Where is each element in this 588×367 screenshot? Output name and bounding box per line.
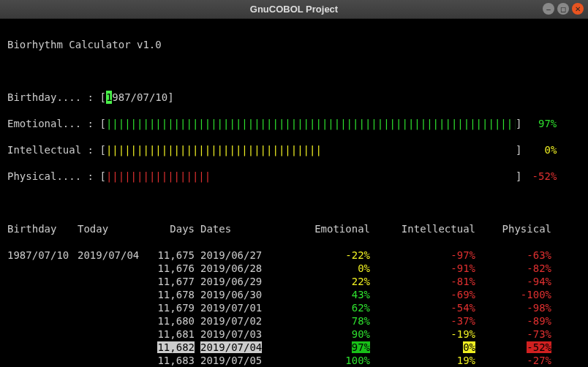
table-row: 11,6832019/07/05100%19%-27% <box>7 354 581 367</box>
table-header: BirthdayTodayDaysDatesEmotionalIntellect… <box>7 222 581 235</box>
maximize-button[interactable]: ◻ <box>557 3 569 15</box>
table-row: 11,6812019/07/0390%-19%-73% <box>7 328 581 341</box>
intellectual-bar-row: Intellectual : [||||||||||||||||||||||||… <box>7 143 581 156</box>
birthday-value: 987/07/10 <box>112 91 167 104</box>
intellectual-pct: 0% <box>544 144 557 156</box>
table-row: 11,6792019/07/0162%-54%-98% <box>7 301 581 314</box>
table-body: 1987/07/102019/07/0411,6752019/06/27-22%… <box>7 249 581 367</box>
window-titlebar: GnuCOBOL Project – ◻ ✕ <box>0 0 588 19</box>
window-controls: – ◻ ✕ <box>543 3 584 15</box>
intellectual-bar: ||||||||||||||||||||||||||||||||||| <box>106 143 516 156</box>
physical-bar: ||||||||||||||||| <box>106 170 516 183</box>
close-button[interactable]: ✕ <box>572 3 584 15</box>
emotional-pct: 97% <box>538 118 557 129</box>
table-row: 11,6772019/06/2922%-81%-94% <box>7 275 581 288</box>
table-row: 11,6762019/06/280%-91%-82% <box>7 262 581 275</box>
physical-pct: -52% <box>532 170 557 182</box>
minimize-button[interactable]: – <box>543 3 554 15</box>
table-row: 11,6802019/07/0278%-37%-89% <box>7 314 581 328</box>
window-title: GnuCOBOL Project <box>250 4 338 15</box>
birthday-input-row[interactable]: Birthday.... : [1987/07/10] <box>7 91 581 104</box>
birthday-label: Birthday.... : <box>7 91 99 104</box>
table-row: 1987/07/102019/07/0411,6752019/06/27-22%… <box>7 249 581 262</box>
table-row: 11,6782019/06/3043%-69%-100% <box>7 288 581 301</box>
emotional-bar-row: Emotional... : [||||||||||||||||||||||||… <box>7 117 581 130</box>
terminal: Biorhythm Calculator v1.0 Birthday.... :… <box>0 19 588 367</box>
cursor: 1 <box>106 91 112 104</box>
physical-bar-row: Physical.... : [|||||||||||||||||]-52% <box>7 170 581 183</box>
emotional-bar: ||||||||||||||||||||||||||||||||||||||||… <box>106 117 516 130</box>
table-row: 11,6822019/07/0497%0%-52% <box>7 341 581 354</box>
app-title: Biorhythm Calculator v1.0 <box>7 38 581 51</box>
